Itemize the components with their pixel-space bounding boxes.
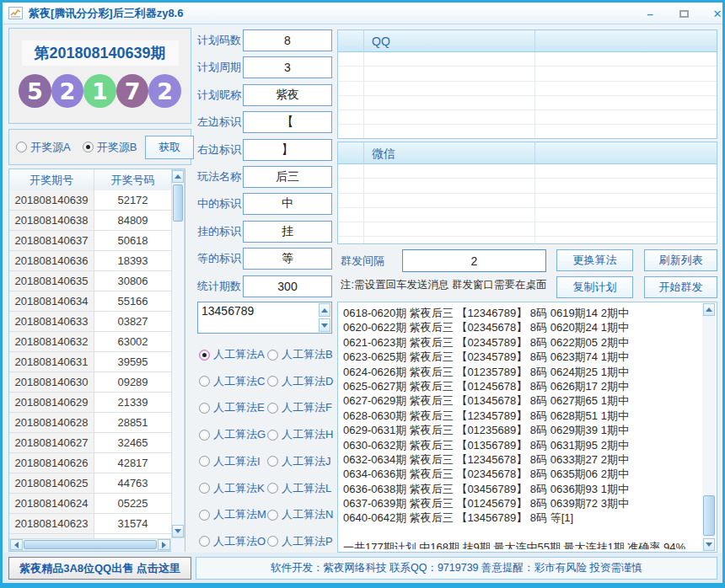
hscroll-thumb[interactable] xyxy=(24,540,157,549)
history-row[interactable]: 201808140629 21339 xyxy=(9,393,171,413)
history-row[interactable]: 201808140638 84809 xyxy=(9,211,171,231)
history-period-cell: 201808140635 xyxy=(9,271,94,291)
field-input[interactable] xyxy=(243,248,332,270)
history-row[interactable]: 201808140634 55166 xyxy=(9,291,171,312)
field-input[interactable] xyxy=(243,275,332,297)
radio-icon xyxy=(267,350,278,361)
algorithm-label: 人工算法N xyxy=(282,507,333,522)
qq-list-body[interactable] xyxy=(338,52,717,138)
history-row[interactable]: 201808140628 28851 xyxy=(9,413,171,433)
maximize-button[interactable] xyxy=(674,6,693,21)
history-row[interactable]: 201808140631 39595 xyxy=(9,352,171,372)
field-input[interactable] xyxy=(243,193,332,215)
codes-spin-down[interactable] xyxy=(319,318,330,332)
qq-column-title: QQ xyxy=(372,35,390,48)
algorithm-radio[interactable]: 人工算法G xyxy=(199,427,266,442)
algorithm-radio[interactable]: 人工算法M xyxy=(199,507,266,522)
algorithm-radio[interactable]: 人工算法C xyxy=(199,374,265,389)
interval-input[interactable] xyxy=(402,249,546,272)
minimize-button[interactable]: – xyxy=(641,6,659,21)
field-input[interactable] xyxy=(243,139,332,161)
plan-vscrollbar[interactable] xyxy=(702,303,716,551)
history-row[interactable]: 201808140623 31574 xyxy=(9,514,171,534)
scroll-up-button[interactable] xyxy=(172,170,184,183)
plan-output-lines: 0618-0620期 紫夜后三 【12346789】 8码 0619期14 2期… xyxy=(343,306,700,549)
header-separator xyxy=(534,142,535,163)
start-broadcast-button[interactable]: 开始群发 xyxy=(644,276,717,298)
column-header-number[interactable]: 开奖号码 xyxy=(94,169,171,190)
wechat-list-body[interactable] xyxy=(338,164,717,243)
history-row[interactable]: 201808140637 50618 xyxy=(9,231,171,251)
history-row[interactable]: 201808140626 42817 xyxy=(9,453,171,473)
close-button[interactable]: ✕ xyxy=(708,6,725,21)
column-header-period[interactable]: 开奖期号 xyxy=(9,169,94,190)
draw-source-radio[interactable]: 开奖源A xyxy=(16,140,71,155)
arrow-left-icon xyxy=(14,542,19,548)
algorithm-radio[interactable]: 人工算法H xyxy=(267,427,333,442)
title-bar[interactable]: 紫夜[腾讯分分彩]后三利器zy8.6 – ✕ xyxy=(3,3,722,24)
history-row[interactable]: 201808140627 32465 xyxy=(9,433,171,453)
algorithm-radio[interactable]: 人工算法I xyxy=(199,454,260,469)
algorithm-radio[interactable]: 人工算法J xyxy=(267,454,331,469)
plan-line: 0620-0622期 紫夜后三 【02345678】 8码 0620期24 1期… xyxy=(343,320,700,334)
field-input[interactable] xyxy=(243,56,332,78)
algorithm-radio[interactable]: 人工算法L xyxy=(267,481,331,496)
codes-spin-up[interactable] xyxy=(319,303,330,317)
arrow-up-icon xyxy=(175,174,181,179)
algorithm-label: 人工算法O xyxy=(213,534,266,549)
history-row[interactable]: 201808140630 09289 xyxy=(9,372,171,393)
history-row[interactable]: 201808140639 52172 xyxy=(9,190,171,211)
scroll-down-button[interactable] xyxy=(703,538,715,551)
algorithm-radio[interactable]: 人工算法P xyxy=(267,534,333,549)
history-row[interactable]: 201808140632 63002 xyxy=(9,332,171,352)
history-hscrollbar[interactable] xyxy=(9,538,171,551)
qq-list-panel[interactable]: QQ xyxy=(337,29,717,139)
algorithm-radio[interactable]: 人工算法B xyxy=(267,347,333,362)
algorithm-radio[interactable]: 人工算法N xyxy=(267,507,333,522)
promo-button[interactable]: 紫夜精品3A8位QQ出售 点击这里 xyxy=(8,557,191,580)
history-row[interactable]: 201808140624 05225 xyxy=(9,494,171,514)
algorithm-label: 人工算法I xyxy=(213,454,260,469)
scroll-right-button[interactable] xyxy=(158,539,170,550)
radio-icon xyxy=(16,142,27,152)
history-row[interactable]: 201808140633 03827 xyxy=(9,312,171,332)
algorithm-radio[interactable]: 人工算法E xyxy=(199,400,265,415)
field-input[interactable] xyxy=(243,166,332,188)
copy-plan-button[interactable]: 复制计划 xyxy=(556,276,633,298)
draw-source-radio[interactable]: 开奖源B xyxy=(83,140,137,155)
scroll-down-button[interactable] xyxy=(172,525,184,537)
field-label: 挂的标识 xyxy=(197,221,243,243)
field-input[interactable] xyxy=(243,111,332,133)
history-row[interactable]: 201808140636 18393 xyxy=(9,251,171,271)
wechat-list-panel[interactable]: 微信 xyxy=(337,142,717,244)
algorithm-radio[interactable]: 人工算法A xyxy=(199,347,265,362)
field-label: 玩法名称 xyxy=(197,166,243,188)
history-number-cell: 28851 xyxy=(94,413,171,432)
history-number-cell: 30806 xyxy=(94,271,171,291)
history-row[interactable]: 201808140635 30806 xyxy=(9,271,171,291)
scroll-left-button[interactable] xyxy=(10,539,23,550)
change-algorithm-button[interactable]: 更换算法 xyxy=(556,249,633,271)
field-input[interactable] xyxy=(243,221,332,243)
algorithm-label: 人工算法M xyxy=(213,507,266,522)
plan-line: 0629-0631期 紫夜后三 【01235689】 8码 0629期39 1期… xyxy=(343,423,700,437)
vscroll-thumb[interactable] xyxy=(703,495,715,536)
refresh-list-button[interactable]: 刷新列表 xyxy=(644,249,717,271)
scroll-up-button[interactable] xyxy=(703,303,715,316)
algorithm-radio[interactable]: 人工算法F xyxy=(267,400,332,415)
fetch-button[interactable]: 获取 xyxy=(145,136,194,159)
maximize-icon xyxy=(679,10,689,18)
history-row[interactable]: 201808140625 44763 xyxy=(9,473,171,494)
vscroll-thumb[interactable] xyxy=(173,184,183,222)
algorithm-radio[interactable]: 人工算法D xyxy=(267,374,333,389)
history-number-cell: 50618 xyxy=(94,231,171,250)
codes-box[interactable]: 13456789 xyxy=(197,302,332,334)
field-input[interactable] xyxy=(243,84,332,106)
plan-output-box[interactable]: 0618-0620期 紫夜后三 【12346789】 8码 0619期14 2期… xyxy=(337,302,717,553)
history-vscrollbar[interactable] xyxy=(171,169,185,538)
algorithm-radio[interactable]: 人工算法K xyxy=(199,481,265,496)
field-input[interactable] xyxy=(243,29,332,51)
field-label: 中的标识 xyxy=(197,193,243,215)
plan-line: 0623-0625期 紫夜后三 【02345789】 8码 0623期74 1期… xyxy=(343,350,700,364)
algorithm-radio[interactable]: 人工算法O xyxy=(199,534,266,549)
